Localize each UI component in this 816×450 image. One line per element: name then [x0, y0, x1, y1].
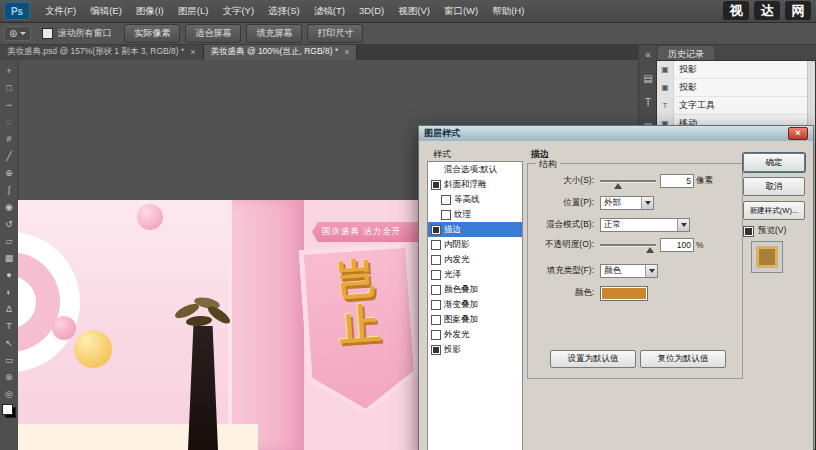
size-slider[interactable] — [600, 174, 656, 188]
dialog-body: 样式 混合选项:默认 斜面和浮雕 等高线 纹理 — [419, 141, 813, 450]
tool-type[interactable]: T — [1, 317, 17, 334]
slider-thumb-icon[interactable] — [614, 179, 622, 189]
style-item-contour[interactable]: 等高线 — [428, 192, 522, 207]
actual-pixels-button[interactable]: 实际像素 — [124, 24, 180, 43]
history-item[interactable]: ▣ 投影 — [657, 61, 815, 79]
tool-clone-stamp[interactable]: ◉ — [1, 198, 17, 215]
menu-item-edit[interactable]: 编辑(E) — [83, 0, 129, 22]
menu-item-file[interactable]: 文件(F) — [38, 0, 83, 22]
menu-item-select[interactable]: 选择(S) — [261, 0, 307, 22]
fill-screen-button[interactable]: 填充屏幕 — [246, 24, 302, 43]
style-checkbox[interactable] — [441, 210, 451, 220]
preview-checkbox[interactable]: 预览(V) — [743, 225, 786, 237]
style-checkbox[interactable] — [431, 180, 441, 190]
tool-healing-brush[interactable]: ⊕ — [1, 164, 17, 181]
set-default-button[interactable]: 设置为默认值 — [550, 350, 636, 368]
menu-item-view[interactable]: 视图(V) — [391, 0, 437, 22]
menu-item-type[interactable]: 文字(Y) — [215, 0, 261, 22]
style-checkbox[interactable] — [431, 225, 441, 235]
new-style-button[interactable]: 新建样式(W)... — [743, 201, 805, 220]
style-item-color-overlay[interactable]: 颜色叠加 — [428, 282, 522, 297]
expand-panels-icon[interactable]: « — [645, 49, 651, 60]
style-checkbox[interactable] — [431, 330, 441, 340]
history-item[interactable]: ▣ 投影 — [657, 79, 815, 97]
position-select[interactable]: 外部 — [600, 196, 654, 210]
close-tab-icon[interactable]: × — [190, 47, 195, 57]
tool-blur[interactable]: ● — [1, 266, 17, 283]
document-tab-1[interactable]: 美妆盛典.psd @ 157%(形状 1 副本 3, RGB/8) * × — [0, 44, 204, 60]
style-item-drop-shadow[interactable]: 投影 — [428, 342, 522, 357]
close-tab-icon[interactable]: × — [344, 47, 349, 57]
tool-move[interactable]: + — [1, 62, 17, 79]
tool-hand[interactable]: ⊛ — [1, 368, 17, 385]
menu-item-help[interactable]: 帮助(H) — [485, 0, 531, 22]
tool-eyedropper[interactable]: ╱ — [1, 147, 17, 164]
style-item-blending-options[interactable]: 混合选项:默认 — [428, 162, 522, 177]
close-icon[interactable]: × — [788, 127, 808, 140]
tool-lasso[interactable]: ∽ — [1, 96, 17, 113]
style-checkbox[interactable] — [431, 345, 441, 355]
tool-marquee[interactable]: □ — [1, 79, 17, 96]
style-item-inner-shadow[interactable]: 内阴影 — [428, 237, 522, 252]
fit-screen-button[interactable]: 适合屏幕 — [185, 24, 241, 43]
style-checkbox[interactable] — [431, 315, 441, 325]
style-item-gradient-overlay[interactable]: 渐变叠加 — [428, 297, 522, 312]
style-checkbox[interactable] — [431, 240, 441, 250]
tool-dodge[interactable]: ◐ — [1, 283, 17, 300]
style-item-bevel-emboss[interactable]: 斜面和浮雕 — [428, 177, 522, 192]
style-item-pattern-overlay[interactable]: 图案叠加 — [428, 312, 522, 327]
style-item-stroke[interactable]: 描边 — [428, 222, 522, 237]
dialog-titlebar[interactable]: 图层样式 × — [419, 126, 813, 141]
quick-selection-icon: ◌ — [6, 117, 11, 127]
tool-history-brush[interactable]: ↺ — [1, 215, 17, 232]
print-size-button[interactable]: 打印尺寸 — [307, 24, 363, 43]
tool-pen[interactable]: ∆ — [1, 300, 17, 317]
photoshop-logo[interactable]: Ps — [4, 2, 30, 20]
menu-item-layer[interactable]: 图层(L) — [171, 0, 216, 22]
style-checkbox[interactable] — [431, 300, 441, 310]
cancel-button[interactable]: 取消 — [743, 177, 805, 196]
swatches-panel-icon[interactable]: ▤ — [643, 73, 652, 84]
style-item-texture[interactable]: 纹理 — [428, 207, 522, 222]
color-swatches[interactable] — [2, 404, 16, 418]
blend-mode-select[interactable]: 正常 — [600, 218, 690, 232]
history-item[interactable]: T 文字工具 — [657, 97, 815, 115]
size-input[interactable]: 5 — [660, 174, 694, 188]
style-checkbox[interactable] — [431, 255, 441, 265]
tool-quick-selection[interactable]: ◌ — [1, 113, 17, 130]
tool-path-selection[interactable]: ↖ — [1, 334, 17, 351]
document-tab-2[interactable]: 美妆盛典 @ 100%(岂止, RGB/8) * × — [204, 44, 358, 60]
tool-zoom[interactable]: ◎ — [1, 385, 17, 402]
scroll-all-windows-checkbox[interactable]: 滚动所有窗口 — [42, 27, 111, 40]
style-checkbox[interactable] — [431, 270, 441, 280]
tool-eraser[interactable]: ▱ — [1, 232, 17, 249]
document-artwork[interactable]: 国庆盛典 活力全开 岂 止 — [18, 200, 420, 450]
menu-item-window[interactable]: 窗口(W) — [437, 0, 485, 22]
slider-track[interactable] — [600, 180, 656, 183]
tool-crop[interactable]: # — [1, 130, 17, 147]
style-item-inner-glow[interactable]: 内发光 — [428, 252, 522, 267]
character-panel-icon[interactable]: T — [645, 97, 651, 108]
style-item-satin[interactable]: 光泽 — [428, 267, 522, 282]
style-checkbox[interactable] — [431, 285, 441, 295]
foreground-color-chip[interactable] — [2, 404, 13, 415]
tool-gradient[interactable]: ▦ — [1, 249, 17, 266]
ok-button[interactable]: 确定 — [743, 153, 805, 172]
tool-brush[interactable]: ʃ — [1, 181, 17, 198]
menu-item-3d[interactable]: 3D(D) — [352, 0, 391, 22]
menu-item-image[interactable]: 图像(I) — [129, 0, 171, 22]
stroke-color-swatch[interactable] — [600, 286, 648, 301]
opacity-row: 不透明度(O): 100 % — [528, 238, 742, 252]
scroll-all-windows-label: 滚动所有窗口 — [57, 27, 111, 40]
healing-brush-icon: ⊕ — [5, 168, 13, 178]
style-checkbox[interactable] — [441, 195, 451, 205]
menu-item-filter[interactable]: 滤镜(T) — [307, 0, 352, 22]
style-item-outer-glow[interactable]: 外发光 — [428, 327, 522, 342]
slider-thumb-icon[interactable] — [646, 243, 654, 253]
reset-default-button[interactable]: 复位为默认值 — [640, 350, 726, 368]
opacity-input[interactable]: 100 — [660, 238, 694, 252]
fill-type-select[interactable]: 颜色 — [600, 264, 658, 278]
hand-tool-preset[interactable]: ⊛ — [4, 26, 31, 41]
opacity-slider[interactable] — [600, 238, 656, 252]
tool-shape[interactable]: ▭ — [1, 351, 17, 368]
